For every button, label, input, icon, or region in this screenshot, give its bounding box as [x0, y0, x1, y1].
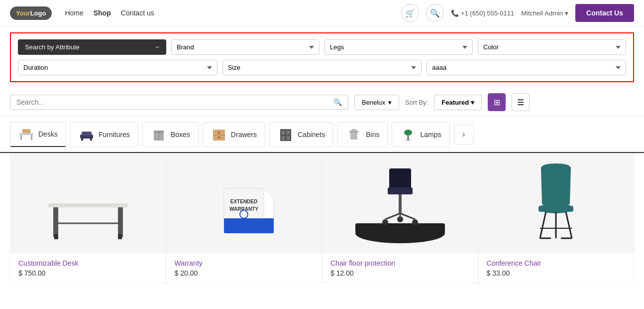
phone-icon: 📞 — [451, 9, 459, 17]
search-by-attribute-button[interactable]: Search by Attribute − — [18, 39, 166, 55]
product-price-chair: $ 33.00 — [487, 269, 626, 277]
product-image-chair — [479, 154, 634, 253]
svg-rect-7 — [90, 139, 92, 141]
svg-rect-20 — [350, 132, 357, 140]
lamps-icon — [400, 127, 416, 143]
svg-rect-1 — [20, 135, 22, 140]
product-price-mat: $ 12.00 — [330, 269, 470, 277]
svg-rect-52 — [538, 206, 573, 212]
nav-shop[interactable]: Shop — [94, 9, 111, 17]
search-input-wrap: 🔍 — [10, 95, 348, 110]
category-drawers[interactable]: Drawers — [203, 122, 265, 147]
category-cabinets[interactable]: Cabinets — [269, 122, 333, 147]
product-card-mat[interactable]: Chair floor protection $ 12.00 — [322, 153, 478, 284]
color-dropdown[interactable]: Color — [478, 39, 626, 55]
products-grid: Customizable Desk $ 750.00 EXTENDED WARR… — [0, 153, 644, 284]
product-price-warranty: $ 20.00 — [175, 269, 314, 277]
svg-rect-2 — [31, 135, 32, 140]
category-desks[interactable]: Desks — [10, 122, 66, 147]
svg-rect-32 — [118, 234, 122, 239]
categories-more-button[interactable]: › — [454, 125, 474, 145]
desks-icon — [18, 126, 34, 142]
categories-bar: Desks Furnitures Boxes — [0, 117, 644, 153]
header: YourLogo Home Shop Contact us 🛒 🔍 📞 +1 (… — [0, 0, 644, 26]
product-image-desk — [10, 154, 166, 253]
product-image-mat — [322, 154, 478, 253]
product-info-mat: Chair floor protection $ 12.00 — [322, 253, 478, 283]
svg-point-14 — [218, 137, 220, 139]
cart-icon[interactable]: 🛒 — [401, 4, 419, 22]
svg-text:WARRANTY: WARRANTY — [229, 206, 258, 212]
bins-icon — [346, 127, 362, 143]
svg-rect-41 — [355, 223, 445, 233]
product-card-chair[interactable]: Conference Chair $ 33.00 — [478, 153, 635, 284]
svg-rect-3 — [22, 129, 30, 133]
product-info-desk: Customizable Desk $ 750.00 — [10, 253, 166, 283]
legs-dropdown[interactable]: Legs — [324, 39, 473, 55]
svg-point-42 — [382, 219, 388, 225]
list-view-button[interactable]: ☰ — [512, 93, 530, 111]
logo[interactable]: YourLogo — [10, 6, 52, 20]
header-right: 🛒 🔍 📞 +1 (650) 555-0111 Mitchell Admin ▾… — [401, 4, 634, 22]
category-lamps[interactable]: Lamps — [392, 122, 449, 147]
svg-rect-36 — [224, 218, 274, 233]
nav-contact[interactable]: Contact us — [121, 9, 154, 17]
product-name-warranty: Warranty — [175, 259, 314, 267]
product-card-warranty[interactable]: EXTENDED WARRANTY Warranty $ 20.00 — [166, 153, 322, 284]
drawers-icon — [211, 127, 227, 143]
brand-dropdown[interactable]: Brand — [171, 39, 320, 55]
search-icon[interactable]: 🔍 — [426, 4, 444, 22]
category-furnitures[interactable]: Furnitures — [70, 122, 138, 147]
product-name-chair: Conference Chair — [487, 259, 626, 267]
svg-rect-29 — [53, 207, 58, 237]
svg-rect-18 — [282, 136, 285, 140]
filter-bar: Search by Attribute − Brand Legs Color D… — [10, 32, 634, 82]
boxes-icon — [151, 127, 167, 143]
chevron-down-icon: ▾ — [388, 99, 392, 106]
nav: Home Shop Contact us — [65, 9, 154, 17]
svg-rect-6 — [81, 139, 83, 141]
user-menu[interactable]: Mitchell Admin ▾ — [521, 9, 568, 17]
chevron-right-icon: › — [462, 129, 465, 140]
product-price-desk: $ 750.00 — [18, 269, 158, 277]
svg-point-44 — [412, 219, 418, 225]
product-name-desk: Customizable Desk — [18, 259, 158, 267]
svg-rect-16 — [282, 131, 285, 135]
chevron-down-icon: ▾ — [471, 99, 474, 106]
phone-display: 📞 +1 (650) 555-0111 — [451, 9, 514, 17]
aaaa-dropdown[interactable]: aaaa — [427, 60, 626, 75]
category-boxes[interactable]: Boxes — [142, 122, 199, 147]
svg-rect-21 — [349, 131, 358, 133]
search-icon: 🔍 — [333, 98, 342, 106]
minus-icon: − — [155, 43, 159, 51]
contact-us-button[interactable]: Contact Us — [575, 4, 634, 22]
product-info-warranty: Warranty $ 20.00 — [167, 253, 322, 283]
search-input[interactable] — [16, 98, 329, 106]
svg-rect-19 — [287, 136, 290, 140]
sort-by-label: Sort By: — [405, 99, 428, 106]
product-image-warranty: EXTENDED WARRANTY — [167, 154, 322, 253]
product-info-chair: Conference Chair $ 33.00 — [479, 253, 634, 283]
cabinets-icon — [278, 127, 294, 143]
category-bins[interactable]: Bins — [337, 122, 388, 147]
nav-home[interactable]: Home — [65, 9, 83, 17]
svg-rect-31 — [54, 234, 58, 239]
svg-rect-28 — [48, 203, 128, 207]
svg-point-13 — [218, 132, 220, 134]
search-sort-bar: 🔍 Benelux ▾ Sort By: Featured ▾ ⊞ ☰ — [0, 88, 644, 117]
svg-line-53 — [540, 212, 546, 238]
svg-rect-49 — [389, 168, 411, 189]
svg-rect-17 — [287, 131, 290, 135]
product-card-desk[interactable]: Customizable Desk $ 750.00 — [10, 153, 166, 284]
svg-rect-5 — [82, 132, 92, 136]
pricelist-dropdown[interactable]: Benelux ▾ — [354, 95, 399, 110]
svg-rect-0 — [19, 133, 33, 135]
svg-line-54 — [566, 212, 572, 238]
grid-view-button[interactable]: ⊞ — [488, 93, 506, 111]
chevron-down-icon: ▾ — [565, 9, 568, 17]
size-dropdown[interactable]: Size — [222, 60, 422, 75]
sort-featured-button[interactable]: Featured ▾ — [434, 95, 482, 110]
product-name-mat: Chair floor protection — [330, 259, 470, 267]
duration-dropdown[interactable]: Duration — [18, 60, 217, 75]
svg-rect-30 — [118, 207, 123, 237]
